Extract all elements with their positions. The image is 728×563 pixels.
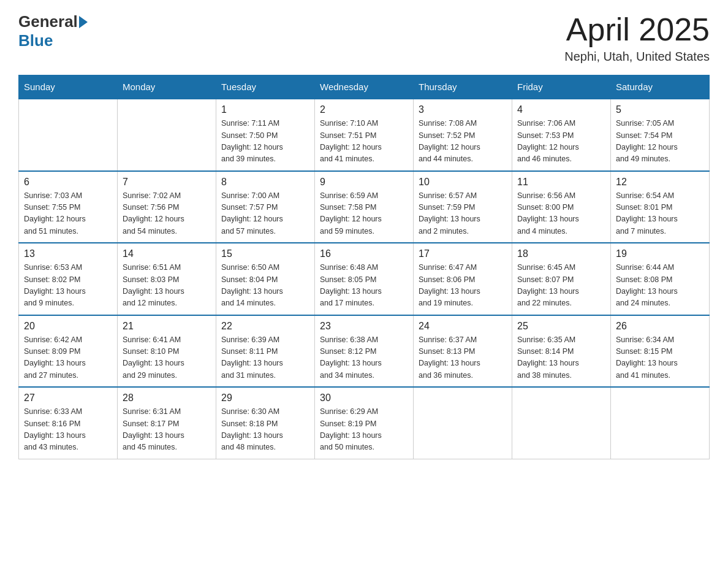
day-info: Sunrise: 6:59 AM Sunset: 7:58 PM Dayligh… [320, 190, 408, 238]
table-row: 4Sunrise: 7:06 AM Sunset: 7:53 PM Daylig… [512, 99, 611, 171]
table-row [611, 387, 710, 459]
logo-flag-icon [79, 16, 88, 28]
col-wednesday: Wednesday [315, 75, 414, 99]
table-row: 17Sunrise: 6:47 AM Sunset: 8:06 PM Dayli… [414, 243, 512, 315]
table-row [414, 387, 512, 459]
table-row: 29Sunrise: 6:30 AM Sunset: 8:18 PM Dayli… [216, 387, 315, 459]
day-number: 29 [221, 393, 309, 404]
table-row: 13Sunrise: 6:53 AM Sunset: 8:02 PM Dayli… [19, 243, 118, 315]
table-row: 26Sunrise: 6:34 AM Sunset: 8:15 PM Dayli… [611, 315, 710, 388]
day-number: 15 [221, 248, 309, 259]
day-info: Sunrise: 6:39 AM Sunset: 8:11 PM Dayligh… [221, 334, 309, 382]
table-row: 21Sunrise: 6:41 AM Sunset: 8:10 PM Dayli… [118, 315, 216, 388]
table-row: 25Sunrise: 6:35 AM Sunset: 8:14 PM Dayli… [512, 315, 611, 388]
day-number: 10 [419, 177, 507, 188]
day-number: 23 [320, 321, 408, 332]
day-info: Sunrise: 6:45 AM Sunset: 8:07 PM Dayligh… [517, 262, 605, 310]
table-row: 10Sunrise: 6:57 AM Sunset: 7:59 PM Dayli… [414, 171, 512, 243]
table-row: 22Sunrise: 6:39 AM Sunset: 8:11 PM Dayli… [216, 315, 315, 388]
day-number: 26 [616, 321, 704, 332]
calendar-week-row: 27Sunrise: 6:33 AM Sunset: 8:16 PM Dayli… [19, 387, 710, 459]
day-info: Sunrise: 6:35 AM Sunset: 8:14 PM Dayligh… [517, 334, 605, 382]
table-row: 18Sunrise: 6:45 AM Sunset: 8:07 PM Dayli… [512, 243, 611, 315]
calendar-body: 1Sunrise: 7:11 AM Sunset: 7:50 PM Daylig… [19, 99, 710, 459]
day-info: Sunrise: 7:02 AM Sunset: 7:56 PM Dayligh… [123, 190, 211, 238]
calendar-week-row: 13Sunrise: 6:53 AM Sunset: 8:02 PM Dayli… [19, 243, 710, 315]
day-number: 19 [616, 248, 704, 259]
day-info: Sunrise: 6:51 AM Sunset: 8:03 PM Dayligh… [123, 262, 211, 310]
calendar-week-row: 1Sunrise: 7:11 AM Sunset: 7:50 PM Daylig… [19, 99, 710, 171]
col-sunday: Sunday [19, 75, 118, 99]
header: General Blue April 2025 Nephi, Utah, Uni… [18, 12, 710, 64]
table-row [19, 99, 118, 171]
day-number: 6 [24, 177, 112, 188]
logo-general-text: General [18, 12, 78, 31]
table-row: 20Sunrise: 6:42 AM Sunset: 8:09 PM Dayli… [19, 315, 118, 388]
day-info: Sunrise: 7:05 AM Sunset: 7:54 PM Dayligh… [616, 118, 704, 166]
day-info: Sunrise: 6:29 AM Sunset: 8:19 PM Dayligh… [320, 406, 408, 454]
day-number: 5 [616, 104, 704, 115]
day-info: Sunrise: 7:08 AM Sunset: 7:52 PM Dayligh… [419, 118, 507, 166]
day-info: Sunrise: 7:03 AM Sunset: 7:55 PM Dayligh… [24, 190, 112, 238]
day-number: 17 [419, 248, 507, 259]
col-monday: Monday [118, 75, 216, 99]
day-number: 22 [221, 321, 309, 332]
day-number: 18 [517, 248, 605, 259]
calendar-title: April 2025 [564, 12, 710, 47]
calendar-table: Sunday Monday Tuesday Wednesday Thursday… [18, 75, 710, 459]
table-row: 16Sunrise: 6:48 AM Sunset: 8:05 PM Dayli… [315, 243, 414, 315]
table-row: 23Sunrise: 6:38 AM Sunset: 8:12 PM Dayli… [315, 315, 414, 388]
table-row: 3Sunrise: 7:08 AM Sunset: 7:52 PM Daylig… [414, 99, 512, 171]
table-row: 14Sunrise: 6:51 AM Sunset: 8:03 PM Dayli… [118, 243, 216, 315]
day-number: 8 [221, 177, 309, 188]
day-number: 20 [24, 321, 112, 332]
table-row: 28Sunrise: 6:31 AM Sunset: 8:17 PM Dayli… [118, 387, 216, 459]
table-row: 8Sunrise: 7:00 AM Sunset: 7:57 PM Daylig… [216, 171, 315, 243]
day-info: Sunrise: 7:11 AM Sunset: 7:50 PM Dayligh… [221, 118, 309, 166]
day-info: Sunrise: 6:47 AM Sunset: 8:06 PM Dayligh… [419, 262, 507, 310]
day-number: 12 [616, 177, 704, 188]
day-info: Sunrise: 6:48 AM Sunset: 8:05 PM Dayligh… [320, 262, 408, 310]
table-row: 6Sunrise: 7:03 AM Sunset: 7:55 PM Daylig… [19, 171, 118, 243]
day-info: Sunrise: 6:33 AM Sunset: 8:16 PM Dayligh… [24, 406, 112, 454]
table-row: 27Sunrise: 6:33 AM Sunset: 8:16 PM Dayli… [19, 387, 118, 459]
table-row [118, 99, 216, 171]
table-row: 30Sunrise: 6:29 AM Sunset: 8:19 PM Dayli… [315, 387, 414, 459]
col-tuesday: Tuesday [216, 75, 315, 99]
day-info: Sunrise: 6:54 AM Sunset: 8:01 PM Dayligh… [616, 190, 704, 238]
day-info: Sunrise: 7:00 AM Sunset: 7:57 PM Dayligh… [221, 190, 309, 238]
day-number: 3 [419, 104, 507, 115]
logo-blue-text: Blue [18, 31, 53, 50]
title-area: April 2025 Nephi, Utah, United States [564, 12, 710, 64]
day-info: Sunrise: 7:10 AM Sunset: 7:51 PM Dayligh… [320, 118, 408, 166]
calendar-header-row: Sunday Monday Tuesday Wednesday Thursday… [19, 75, 710, 99]
day-info: Sunrise: 6:56 AM Sunset: 8:00 PM Dayligh… [517, 190, 605, 238]
day-info: Sunrise: 6:44 AM Sunset: 8:08 PM Dayligh… [616, 262, 704, 310]
day-number: 25 [517, 321, 605, 332]
day-info: Sunrise: 6:34 AM Sunset: 8:15 PM Dayligh… [616, 334, 704, 382]
table-row: 11Sunrise: 6:56 AM Sunset: 8:00 PM Dayli… [512, 171, 611, 243]
day-number: 16 [320, 248, 408, 259]
day-number: 4 [517, 104, 605, 115]
col-friday: Friday [512, 75, 611, 99]
day-info: Sunrise: 7:06 AM Sunset: 7:53 PM Dayligh… [517, 118, 605, 166]
day-info: Sunrise: 6:31 AM Sunset: 8:17 PM Dayligh… [123, 406, 211, 454]
table-row: 9Sunrise: 6:59 AM Sunset: 7:58 PM Daylig… [315, 171, 414, 243]
table-row: 5Sunrise: 7:05 AM Sunset: 7:54 PM Daylig… [611, 99, 710, 171]
col-thursday: Thursday [414, 75, 512, 99]
day-info: Sunrise: 6:38 AM Sunset: 8:12 PM Dayligh… [320, 334, 408, 382]
day-info: Sunrise: 6:50 AM Sunset: 8:04 PM Dayligh… [221, 262, 309, 310]
day-number: 11 [517, 177, 605, 188]
day-number: 27 [24, 393, 112, 404]
day-number: 1 [221, 104, 309, 115]
day-number: 21 [123, 321, 211, 332]
day-info: Sunrise: 6:53 AM Sunset: 8:02 PM Dayligh… [24, 262, 112, 310]
day-number: 2 [320, 104, 408, 115]
day-number: 28 [123, 393, 211, 404]
table-row: 12Sunrise: 6:54 AM Sunset: 8:01 PM Dayli… [611, 171, 710, 243]
day-number: 13 [24, 248, 112, 259]
calendar-subtitle: Nephi, Utah, United States [564, 50, 710, 64]
day-number: 14 [123, 248, 211, 259]
day-number: 24 [419, 321, 507, 332]
day-info: Sunrise: 6:41 AM Sunset: 8:10 PM Dayligh… [123, 334, 211, 382]
